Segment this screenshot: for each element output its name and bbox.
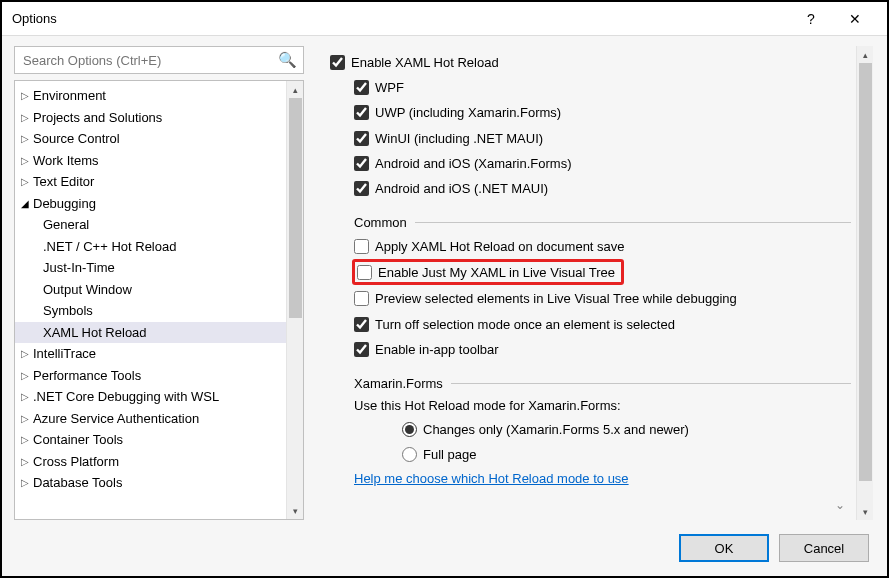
radio-label: Changes only (Xamarin.Forms 5.x and newe… — [423, 422, 689, 437]
tree-sub-item[interactable]: XAML Hot Reload — [15, 322, 286, 344]
radio-label: Full page — [423, 447, 476, 462]
checkbox-row: Enable in-app toolbar — [330, 337, 851, 362]
tree-item-label: Performance Tools — [33, 368, 141, 383]
checkbox-row: Turn off selection mode once an element … — [330, 312, 851, 337]
divider — [451, 383, 851, 384]
checkbox[interactable] — [354, 131, 369, 146]
arrow-collapsed-icon[interactable]: ▷ — [21, 90, 33, 101]
tree-item[interactable]: ▷Source Control — [15, 128, 286, 150]
help-link[interactable]: Help me choose which Hot Reload mode to … — [330, 471, 629, 486]
panel-scrollbar[interactable]: ▴ ▾ — [856, 46, 873, 520]
tree-item[interactable]: ▷Database Tools — [15, 472, 286, 494]
tree-item-label: Output Window — [43, 282, 132, 297]
arrow-collapsed-icon[interactable]: ▷ — [21, 456, 33, 467]
checkbox[interactable] — [354, 156, 369, 171]
tree-item-label: Azure Service Authentication — [33, 411, 199, 426]
search-box[interactable]: 🔍 — [14, 46, 304, 74]
scroll-down-icon[interactable]: ▾ — [287, 502, 303, 519]
tree-item[interactable]: ▷Cross Platform — [15, 451, 286, 473]
checkbox[interactable] — [354, 105, 369, 120]
tree-item-label: Database Tools — [33, 475, 122, 490]
tree-sub-item[interactable]: Symbols — [15, 300, 286, 322]
arrow-collapsed-icon[interactable]: ▷ — [21, 133, 33, 144]
arrow-collapsed-icon[interactable]: ▷ — [21, 370, 33, 381]
chevron-down-icon[interactable]: ⌄ — [835, 498, 845, 512]
checkbox[interactable] — [354, 291, 369, 306]
tree-item-label: Projects and Solutions — [33, 110, 162, 125]
tree-item-label: Container Tools — [33, 432, 123, 447]
checkbox-row: Android and iOS (Xamarin.Forms) — [330, 151, 851, 176]
tree-item-label: Environment — [33, 88, 106, 103]
tree-sub-item[interactable]: .NET / C++ Hot Reload — [15, 236, 286, 258]
highlighted-setting: Enable Just My XAML in Live Visual Tree — [352, 259, 624, 285]
arrow-collapsed-icon[interactable]: ▷ — [21, 391, 33, 402]
tree-sub-item[interactable]: General — [15, 214, 286, 236]
arrow-collapsed-icon[interactable]: ▷ — [21, 112, 33, 123]
tree-item[interactable]: ▷Performance Tools — [15, 365, 286, 387]
tree-scrollbar[interactable]: ▴ ▾ — [286, 81, 303, 519]
checkbox[interactable] — [354, 317, 369, 332]
tree-item-label: Cross Platform — [33, 454, 119, 469]
tree-item-label: IntelliTrace — [33, 346, 96, 361]
tree-item[interactable]: ◢Debugging — [15, 193, 286, 215]
checkbox[interactable] — [330, 55, 345, 70]
checkbox-label: Turn off selection mode once an element … — [375, 317, 675, 332]
arrow-collapsed-icon[interactable]: ▷ — [21, 176, 33, 187]
tree-item-label: XAML Hot Reload — [43, 325, 147, 340]
tree-item[interactable]: ▷Projects and Solutions — [15, 107, 286, 129]
tree-item-label: General — [43, 217, 89, 232]
scroll-thumb[interactable] — [289, 98, 302, 318]
arrow-collapsed-icon[interactable]: ▷ — [21, 477, 33, 488]
cancel-button[interactable]: Cancel — [779, 534, 869, 562]
dialog-footer: OK Cancel — [2, 520, 887, 576]
tree-item-label: .NET / C++ Hot Reload — [43, 239, 176, 254]
group-label-text: Common — [354, 215, 415, 230]
radio-row: Full page — [330, 442, 851, 467]
tree-item[interactable]: ▷IntelliTrace — [15, 343, 286, 365]
checkbox-label: Enable in-app toolbar — [375, 342, 499, 357]
xamarin-desc: Use this Hot Reload mode for Xamarin.For… — [330, 395, 851, 417]
checkbox[interactable] — [354, 181, 369, 196]
search-input[interactable] — [21, 52, 278, 69]
group-label-text: Xamarin.Forms — [354, 376, 451, 391]
checkbox[interactable] — [357, 265, 372, 280]
tree-item[interactable]: ▷Azure Service Authentication — [15, 408, 286, 430]
close-button[interactable]: ✕ — [833, 4, 877, 34]
tree-item-label: Debugging — [33, 196, 96, 211]
tree-item[interactable]: ▷Container Tools — [15, 429, 286, 451]
tree-item[interactable]: ▷Text Editor — [15, 171, 286, 193]
tree-item[interactable]: ▷.NET Core Debugging with WSL — [15, 386, 286, 408]
checkbox[interactable] — [354, 239, 369, 254]
scroll-up-icon[interactable]: ▴ — [287, 81, 303, 98]
tree-item[interactable]: ▷Work Items — [15, 150, 286, 172]
arrow-collapsed-icon[interactable]: ▷ — [21, 155, 33, 166]
arrow-collapsed-icon[interactable]: ▷ — [21, 348, 33, 359]
checkbox[interactable] — [354, 80, 369, 95]
scroll-up-icon[interactable]: ▴ — [857, 46, 873, 63]
checkbox-label: Apply XAML Hot Reload on document save — [375, 239, 625, 254]
tree-item[interactable]: ▷Environment — [15, 85, 286, 107]
radio-row: Changes only (Xamarin.Forms 5.x and newe… — [330, 417, 851, 442]
help-button[interactable]: ? — [789, 4, 833, 34]
checkbox-row: WinUI (including .NET MAUI) — [330, 126, 851, 151]
checkbox-label: Enable XAML Hot Reload — [351, 55, 499, 70]
tree-sub-item[interactable]: Output Window — [15, 279, 286, 301]
radio[interactable] — [402, 422, 417, 437]
radio[interactable] — [402, 447, 417, 462]
checkbox[interactable] — [354, 342, 369, 357]
checkbox-label: WPF — [375, 80, 404, 95]
scroll-down-icon[interactable]: ▾ — [857, 503, 873, 520]
ok-button[interactable]: OK — [679, 534, 769, 562]
checkbox-row: Android and iOS (.NET MAUI) — [330, 176, 851, 201]
window-title: Options — [12, 11, 789, 26]
arrow-expanded-icon[interactable]: ◢ — [21, 198, 33, 209]
tree-item-label: Source Control — [33, 131, 120, 146]
search-icon: 🔍 — [278, 51, 297, 69]
arrow-collapsed-icon[interactable]: ▷ — [21, 434, 33, 445]
tree-sub-item[interactable]: Just-In-Time — [15, 257, 286, 279]
settings-panel: Enable XAML Hot ReloadWPFUWP (including … — [326, 46, 873, 520]
scroll-thumb[interactable] — [859, 63, 872, 481]
arrow-collapsed-icon[interactable]: ▷ — [21, 413, 33, 424]
checkbox-label: Android and iOS (Xamarin.Forms) — [375, 156, 572, 171]
checkbox-row: UWP (including Xamarin.Forms) — [330, 100, 851, 125]
